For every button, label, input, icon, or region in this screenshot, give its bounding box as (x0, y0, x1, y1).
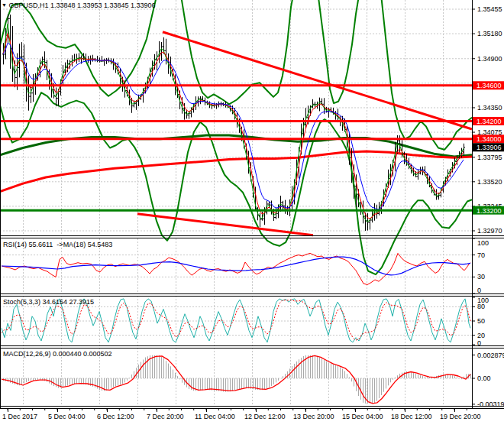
macd-scale-label: -0.003198 (477, 400, 504, 408)
stoch-scale-label: 0 (477, 339, 481, 347)
price-box-label: 1.34600 (477, 82, 502, 89)
price-box-label: 1.33906 (477, 144, 502, 151)
time-axis-label: 15 Dec 04:00 (342, 413, 383, 420)
time-axis[interactable]: 1 Dec 20175 Dec 04:006 Dec 12:007 Dec 20… (2, 408, 481, 420)
price-level-box: 1.34600 (473, 81, 504, 89)
price-box-label: 1.34000 (477, 135, 502, 143)
rsi-scale-label: 100 (477, 239, 489, 247)
price-level-box: 1.34200 (473, 117, 504, 125)
price-level-box: 1.33906 (473, 143, 504, 151)
time-axis-label: 5 Dec 04:00 (48, 413, 86, 420)
macd-scale-label: 0.00 (477, 374, 491, 382)
price-level-box: 1.33200 (473, 206, 504, 215)
time-axis-label: 18 Dec 12:00 (391, 413, 432, 420)
price-scale-label: 1.33520 (477, 178, 502, 186)
stoch-scale-label: 20 (477, 332, 485, 339)
macd-plot (2, 355, 471, 404)
price-scale-label: 1.34350 (477, 104, 502, 112)
time-axis-label: 11 Dec 04:00 (195, 413, 235, 420)
price-box-label: 1.33200 (477, 207, 502, 215)
price-scale[interactable]: 1.354551.351801.349001.343501.340751.337… (472, 5, 504, 408)
macd-scale-label: 0.002879 (477, 352, 504, 359)
stochastic-plot (2, 299, 470, 342)
time-axis-label: 19 Dec 20:00 (440, 413, 481, 420)
price-level-box: 1.34000 (473, 135, 504, 143)
time-axis-label: 7 Dec 20:00 (147, 413, 184, 420)
slow-moving-averages (0, 135, 472, 192)
bollinger-bands (0, 0, 472, 274)
support-resistance-lines[interactable] (0, 86, 472, 210)
time-axis-label: 6 Dec 12:00 (97, 413, 134, 420)
rsi-scale-label: 70 (477, 251, 485, 259)
time-axis-label: 13 Dec 20:00 (293, 413, 334, 420)
time-axis-label: 12 Dec 12:00 (244, 413, 286, 420)
stoch-scale-label: 50 (477, 317, 485, 325)
price-box-label: 1.34200 (477, 118, 502, 125)
chart-window: 1.354551.351801.349001.343501.340751.337… (0, 0, 504, 428)
time-axis-label: 1 Dec 2017 (2, 413, 37, 420)
price-bars (2, 15, 465, 231)
gridlines (0, 0, 472, 406)
price-scale-label: 1.32970 (477, 227, 502, 235)
rsi-scale-label: 30 (477, 273, 485, 280)
price-scale-label: 1.35180 (477, 30, 502, 37)
stoch-scale-label: 80 (477, 303, 485, 310)
price-scale-label: 1.35455 (477, 5, 502, 13)
rsi-plot (2, 253, 470, 284)
price-scale-label: 1.33795 (477, 154, 502, 161)
price-scale-label: 1.34900 (477, 55, 502, 63)
rsi-scale-label: 0 (477, 287, 481, 294)
price-chart-canvas[interactable]: 1.354551.351801.349001.343501.340751.337… (0, 0, 504, 428)
